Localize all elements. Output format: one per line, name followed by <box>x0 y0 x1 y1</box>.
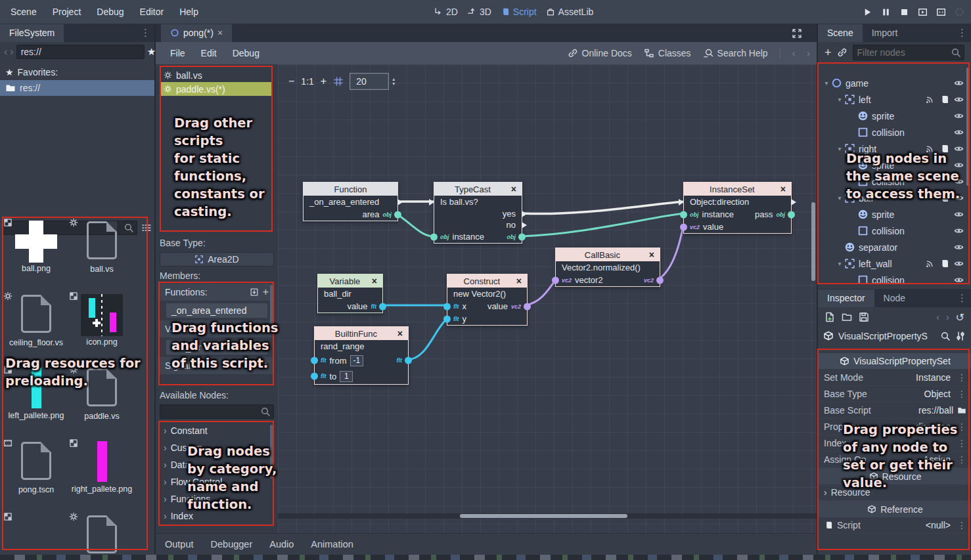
node-category-data[interactable]: ›Data <box>160 456 274 473</box>
script-menu-edit[interactable]: Edit <box>194 45 223 61</box>
members-scrollbar[interactable] <box>270 285 273 328</box>
tree-expander-icon[interactable]: ▾ <box>836 145 844 152</box>
tree-expander-icon[interactable]: ▾ <box>836 96 844 103</box>
obj-out-port[interactable] <box>788 211 795 218</box>
visualscript-graph[interactable]: − 1:1 + 20 ▴▾ Function _on_area_entered <box>278 64 817 533</box>
function-item[interactable]: _on_area_entered <box>166 303 267 318</box>
pause-icon[interactable] <box>881 7 891 17</box>
tab-inspector[interactable]: Inspector <box>818 290 874 307</box>
file-item-paddle.vs[interactable]: paddle.vs <box>70 366 133 421</box>
snap-step-value[interactable]: 20 <box>350 74 388 89</box>
zoom-in-button[interactable]: + <box>321 75 327 87</box>
property-row-set-mode[interactable]: Set ModeInstance⋮ <box>819 370 971 386</box>
menu-debug[interactable]: Debug <box>90 4 130 20</box>
section-resource[interactable]: Resource <box>819 468 971 485</box>
row-menu-icon[interactable]: ⋮ <box>957 421 966 432</box>
to-value-field[interactable]: 1 <box>340 371 353 382</box>
scene-tree-row-sprite-5[interactable]: sprite <box>819 157 971 173</box>
vc2-out-port[interactable] <box>656 276 664 284</box>
mode-assetlib-button[interactable]: AssetLib <box>546 7 594 17</box>
node-category-constant[interactable]: ›Constant <box>160 422 274 439</box>
scene-tree-row-collision-12[interactable]: collision <box>819 272 971 284</box>
stop-icon[interactable] <box>899 7 909 17</box>
file-item-pong.tscn[interactable]: pong.tscn <box>5 440 68 495</box>
search-help-button[interactable]: Search Help <box>703 48 768 58</box>
history-forward-icon[interactable]: › <box>946 312 949 322</box>
property-row-base-type[interactable]: Base TypeObject⋮ <box>819 386 971 402</box>
instance-scene-icon[interactable] <box>837 47 847 58</box>
graph-node-construct[interactable]: Construct × new Vector2() fltx valuevc2 … <box>447 274 528 326</box>
flt-to-in-port[interactable] <box>311 373 318 380</box>
property-row-assign-op[interactable]: Assign OpAssign⋮ <box>819 452 971 468</box>
bottom-tab-debugger[interactable]: Debugger <box>211 539 253 549</box>
row-menu-icon[interactable]: ⋮ <box>957 438 966 448</box>
zoom-out-button[interactable]: − <box>288 75 294 87</box>
seq-yes-port[interactable] <box>522 211 527 217</box>
history-back-icon[interactable]: ‹ <box>936 312 939 322</box>
vc2-in-port[interactable] <box>680 223 687 230</box>
zoom-reset-button[interactable]: 1:1 <box>301 76 313 87</box>
add-signal-icon[interactable]: + <box>263 360 269 372</box>
scene-tree-row-collision-3[interactable]: collision <box>819 124 971 140</box>
tab-import[interactable]: Import <box>863 24 907 42</box>
scene-tree-row-right-4[interactable]: ▾right <box>819 140 971 157</box>
row-menu-icon[interactable]: ⋮ <box>957 389 966 399</box>
property-row-index[interactable]: Index⋮ <box>819 435 971 452</box>
tree-expander-icon[interactable]: ▾ <box>823 79 830 87</box>
tab-scene[interactable]: Scene <box>818 24 863 42</box>
save-resource-icon[interactable] <box>859 312 869 322</box>
play-scene-icon[interactable] <box>918 7 928 17</box>
file-item-ball.png[interactable]: ball.png <box>5 219 68 274</box>
section-reference[interactable]: Reference <box>819 501 971 517</box>
bottom-tab-audio[interactable]: Audio <box>269 539 294 549</box>
seq-in-port[interactable] <box>429 199 434 205</box>
close-node-icon[interactable]: × <box>511 184 516 194</box>
flt-from-in-port[interactable] <box>311 357 318 364</box>
history-forward-icon[interactable]: › <box>807 48 810 58</box>
node-category-functions[interactable]: ›Functions <box>160 490 274 507</box>
tree-expander-icon[interactable]: ▾ <box>836 260 844 267</box>
scene-tree-row-left-1[interactable]: ▾left <box>819 91 971 108</box>
scene-tree-row-left_wall-11[interactable]: ▾left_wall <box>819 255 971 272</box>
scene-tree-row-collision-9[interactable]: collision <box>819 223 971 239</box>
inspector-resource-header[interactable]: VisualScriptPropertySet <box>819 353 971 369</box>
seq-out-port[interactable] <box>397 199 403 205</box>
tools-icon[interactable] <box>955 331 966 341</box>
variable-item[interactable]: ball_dir <box>166 340 267 355</box>
menu-editor[interactable]: Editor <box>133 4 171 20</box>
file-item-partial-8[interactable] <box>5 513 68 553</box>
add-variable-icon[interactable]: + <box>263 323 269 335</box>
play-icon[interactable] <box>863 7 872 17</box>
file-item-ball.vs[interactable]: ball.vs <box>70 219 133 274</box>
close-node-icon[interactable]: × <box>516 276 522 286</box>
obj-in-port[interactable] <box>680 211 687 218</box>
property-row-property[interactable]: Propertydirection⋮ <box>819 419 971 435</box>
mode-3d-button[interactable]: 3D <box>467 7 491 17</box>
add-node-icon[interactable]: + <box>824 46 832 60</box>
obj-out-port[interactable] <box>518 233 526 240</box>
script-menu-file[interactable]: File <box>164 45 192 61</box>
base-type-button[interactable]: Area2D <box>160 252 274 267</box>
file-item-partial-9[interactable] <box>70 513 133 553</box>
bottom-tab-animation[interactable]: Animation <box>311 539 353 549</box>
script-menu-debug[interactable]: Debug <box>226 45 266 61</box>
flt-x-in-port[interactable] <box>443 303 451 310</box>
node-category-custom[interactable]: ›Custom <box>160 439 274 456</box>
spinbox-arrows[interactable]: ▴▾ <box>392 77 395 86</box>
panel-menu-icon[interactable]: ⋮ <box>141 27 150 39</box>
file-item-ceiling_floor.vs[interactable]: ceiling_floor.vs <box>5 293 68 348</box>
tree-expander-icon[interactable]: ▾ <box>836 194 844 202</box>
snap-grid-icon[interactable] <box>333 76 344 87</box>
seq-out-port[interactable] <box>791 199 796 205</box>
script-item-ball.vs[interactable]: ball.vs <box>161 68 271 82</box>
snap-step-spinbox[interactable]: 20 ▴▾ <box>350 74 395 89</box>
file-item-right_pallete.png[interactable]: right_pallete.png <box>70 440 133 494</box>
script-item-paddle.vs[interactable]: paddle.vs(*) <box>161 82 271 96</box>
override-icon[interactable] <box>250 288 259 297</box>
file-item-left_pallete.png[interactable]: left_pallete.png <box>5 366 68 421</box>
graph-node-callbasic[interactable]: CallBasic × Vector2.normalized() vc2vect… <box>555 248 660 287</box>
close-node-icon[interactable]: × <box>780 184 786 194</box>
flt-out-port[interactable] <box>405 357 412 364</box>
menu-help[interactable]: Help <box>173 4 205 20</box>
obj-in-port[interactable] <box>430 233 438 240</box>
